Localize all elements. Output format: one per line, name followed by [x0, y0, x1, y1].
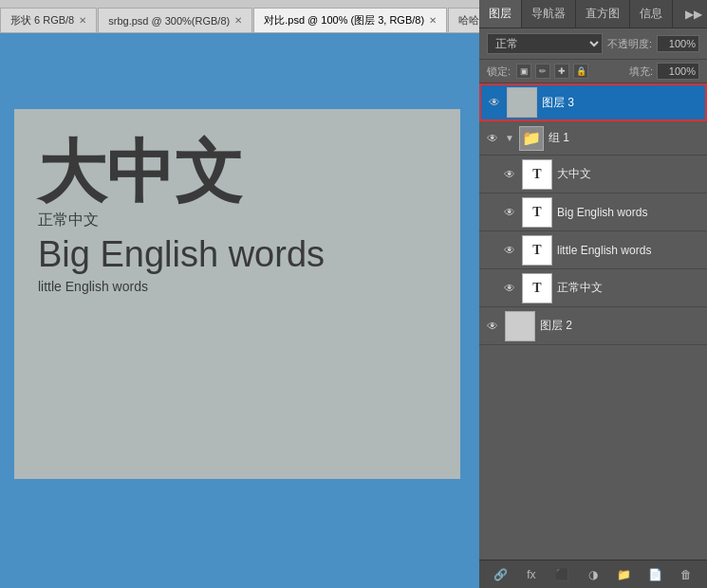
big-chinese-visibility[interactable]: 👁 [502, 167, 517, 182]
opacity-label: 不透明度: [607, 37, 652, 51]
panels-area: 图层 导航器 直方图 信息 ▶▶ 正常 不透明度: 锁定: ▣ [479, 0, 707, 588]
lock-all-btn[interactable]: 🔒 [573, 64, 588, 79]
adjustment-btn[interactable]: ◑ [583, 564, 604, 585]
big-english-visibility[interactable]: 👁 [502, 205, 517, 220]
layers-panel-bottom: 🔗 fx ⬛ ◑ 📁 📄 🗑 [479, 560, 707, 588]
tab-2-label: 对比.psd @ 100% (图层 3, RGB/8) [264, 13, 424, 28]
layer-item-little-english[interactable]: 👁 T little English words [479, 231, 707, 269]
panel-tab-layers[interactable]: 图层 [479, 0, 522, 28]
layer-item-big-english[interactable]: 👁 T Big English words [479, 193, 707, 231]
group1-visibility[interactable]: 👁 [485, 131, 500, 146]
link-layers-btn[interactable]: 🔗 [490, 564, 511, 585]
group1-name: 组 1 [549, 130, 701, 146]
tab-0-label: 形状 6 RGB/8 [10, 13, 74, 28]
layer-item-layer3[interactable]: 👁 图层 3 [479, 83, 707, 121]
tab-1-label: srbg.psd @ 300%(RGB/8) [108, 15, 230, 27]
fill-row: 填充: [629, 63, 699, 80]
panel-tab-histogram-label: 直方图 [586, 6, 620, 22]
lock-fill-row: 锁定: ▣ ✏ ✚ 🔒 填充: [479, 60, 707, 83]
delete-layer-btn[interactable]: 🗑 [676, 564, 697, 585]
lock-position-btn[interactable]: ✚ [554, 64, 569, 79]
panel-menu-icon[interactable]: ▶▶ [685, 8, 702, 21]
panel-tab-histogram[interactable]: 直方图 [576, 0, 630, 28]
lock-label: 锁定: [487, 64, 511, 79]
normal-chinese-thumb: T [522, 273, 552, 303]
new-layer-btn[interactable]: 📄 [644, 564, 665, 585]
panel-tab-navigator-label: 导航器 [531, 6, 566, 22]
little-english-layer-name: little English words [557, 244, 701, 257]
layer-item-layer2[interactable]: 👁 图层 2 [479, 307, 707, 345]
layers-list: 👁 图层 3 👁 ▼ 📁 组 1 👁 T 大中文 👁 T Big [479, 83, 707, 560]
folder-btn[interactable]: 📁 [614, 564, 635, 585]
panel-tab-info-label: 信息 [640, 6, 662, 22]
tab-0[interactable]: 形状 6 RGB/8 ✕ [0, 8, 97, 32]
normal-chinese-visibility[interactable]: 👁 [502, 281, 517, 296]
lock-paint-btn[interactable]: ✏ [535, 64, 550, 79]
tab-1[interactable]: srbg.psd @ 300%(RGB/8) ✕ [98, 8, 252, 32]
tab-bar: 形状 6 RGB/8 ✕ srbg.psd @ 300%(RGB/8) ✕ 对比… [0, 0, 479, 33]
tab-2-close[interactable]: ✕ [429, 15, 437, 26]
group1-thumb: 📁 [519, 126, 544, 151]
lock-transparent-btn[interactable]: ▣ [516, 64, 531, 79]
canvas-document: 大中文 正常中文 Big English words little Englis… [14, 109, 460, 479]
little-english-text: little English words [38, 279, 437, 294]
fill-input[interactable] [657, 63, 699, 80]
panel-tab-bar: 图层 导航器 直方图 信息 ▶▶ [479, 0, 707, 28]
panel-tab-layers-label: 图层 [489, 6, 512, 22]
layer2-name: 图层 2 [540, 318, 701, 334]
little-english-visibility[interactable]: 👁 [502, 243, 517, 258]
tab-2[interactable]: 对比.psd @ 100% (图层 3, RGB/8) ✕ [253, 8, 447, 32]
layer-item-normal-chinese[interactable]: 👁 T 正常中文 [479, 269, 707, 307]
blend-mode-select[interactable]: 正常 [487, 33, 603, 54]
little-english-thumb: T [522, 235, 552, 266]
lock-icons: ▣ ✏ ✚ 🔒 [516, 64, 588, 79]
layer-item-big-chinese[interactable]: 👁 T 大中文 [479, 156, 707, 193]
mask-btn[interactable]: ⬛ [551, 564, 572, 585]
big-english-layer-name: Big English words [557, 206, 701, 219]
layer2-visibility[interactable]: 👁 [485, 319, 500, 334]
layers-panel: 正常 不透明度: 锁定: ▣ ✏ ✚ 🔒 填充: 👁 [479, 28, 707, 588]
big-english-thumb: T [522, 197, 552, 228]
tab-1-close[interactable]: ✕ [234, 15, 242, 26]
group1-expand-arrow[interactable]: ▼ [505, 133, 514, 143]
panel-tab-info[interactable]: 信息 [630, 0, 673, 28]
canvas-area: 大中文 正常中文 Big English words little Englis… [0, 33, 479, 588]
layer-item-group1[interactable]: 👁 ▼ 📁 组 1 [479, 121, 707, 156]
panel-tab-navigator[interactable]: 导航器 [522, 0, 576, 28]
layer3-visibility[interactable]: 👁 [487, 95, 502, 110]
layer2-thumb [505, 311, 535, 341]
normal-chinese-text: 正常中文 [38, 211, 437, 230]
big-chinese-layer-name: 大中文 [557, 166, 701, 182]
opacity-input[interactable] [657, 35, 699, 52]
fill-label: 填充: [629, 64, 653, 79]
layer3-name: 图层 3 [542, 95, 699, 111]
tab-0-close[interactable]: ✕ [79, 15, 86, 26]
big-english-text: Big English words [38, 234, 437, 275]
mode-opacity-row: 正常 不透明度: [479, 28, 707, 60]
big-chinese-thumb: T [522, 159, 552, 190]
fx-btn[interactable]: fx [521, 564, 542, 585]
normal-chinese-layer-name: 正常中文 [557, 280, 701, 296]
big-chinese-text: 大中文 [38, 138, 437, 206]
layer3-thumb [507, 87, 537, 118]
